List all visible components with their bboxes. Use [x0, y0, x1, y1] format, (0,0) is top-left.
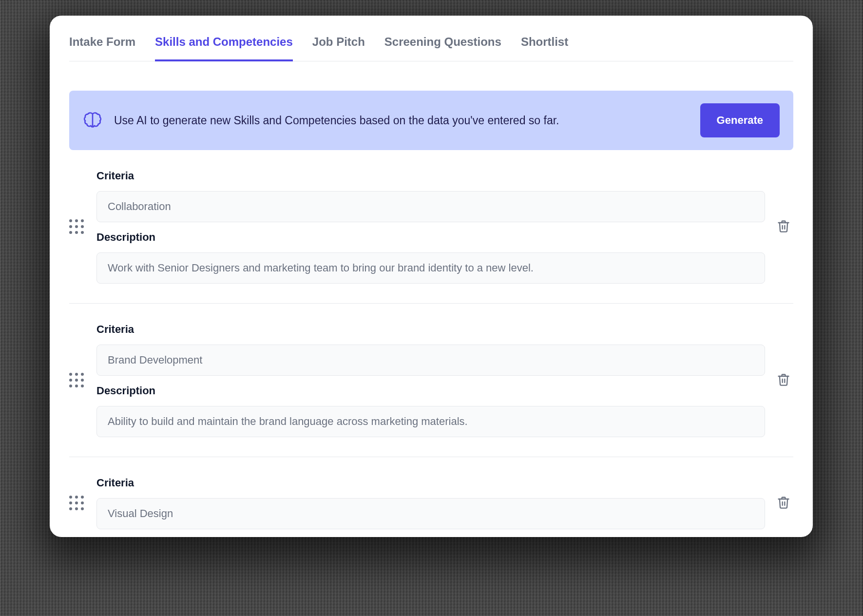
description-label: Description	[96, 231, 765, 244]
competency-item: Criteria Description	[69, 150, 793, 304]
tab-job-pitch[interactable]: Job Pitch	[312, 35, 365, 61]
tabs: Intake Form Skills and Competencies Job …	[69, 16, 793, 61]
description-input[interactable]	[96, 406, 765, 437]
drag-handle-icon[interactable]	[69, 219, 88, 234]
description-label: Description	[96, 385, 765, 397]
competency-item: Criteria Description	[69, 304, 793, 457]
trash-icon	[777, 219, 790, 233]
description-input[interactable]	[96, 252, 765, 284]
brain-icon	[83, 111, 102, 130]
tab-screening-questions[interactable]: Screening Questions	[384, 35, 501, 61]
ai-generate-banner: Use AI to generate new Skills and Compet…	[69, 91, 793, 150]
competency-list: Criteria Description Criteria Descriptio…	[69, 150, 793, 529]
tab-skills-and-competencies[interactable]: Skills and Competencies	[155, 35, 293, 61]
trash-icon	[777, 496, 790, 509]
drag-handle-icon[interactable]	[69, 373, 88, 387]
criteria-input[interactable]	[96, 191, 765, 222]
tab-shortlist[interactable]: Shortlist	[521, 35, 568, 61]
criteria-input[interactable]	[96, 498, 765, 529]
delete-button[interactable]	[774, 496, 793, 511]
delete-button[interactable]	[774, 373, 793, 388]
competency-fields: Criteria Description	[96, 170, 765, 284]
trash-icon	[777, 373, 790, 386]
competency-fields: Criteria	[96, 477, 765, 529]
tab-intake-form[interactable]: Intake Form	[69, 35, 135, 61]
drag-handle-icon[interactable]	[69, 496, 88, 510]
ai-banner-text: Use AI to generate new Skills and Compet…	[114, 114, 689, 127]
criteria-label: Criteria	[96, 477, 765, 489]
delete-button[interactable]	[774, 219, 793, 234]
main-card: Intake Form Skills and Competencies Job …	[50, 16, 813, 537]
criteria-label: Criteria	[96, 170, 765, 182]
competency-item: Criteria	[69, 457, 793, 529]
criteria-input[interactable]	[96, 345, 765, 376]
competency-fields: Criteria Description	[96, 323, 765, 437]
criteria-label: Criteria	[96, 323, 765, 336]
generate-button[interactable]: Generate	[700, 103, 780, 137]
